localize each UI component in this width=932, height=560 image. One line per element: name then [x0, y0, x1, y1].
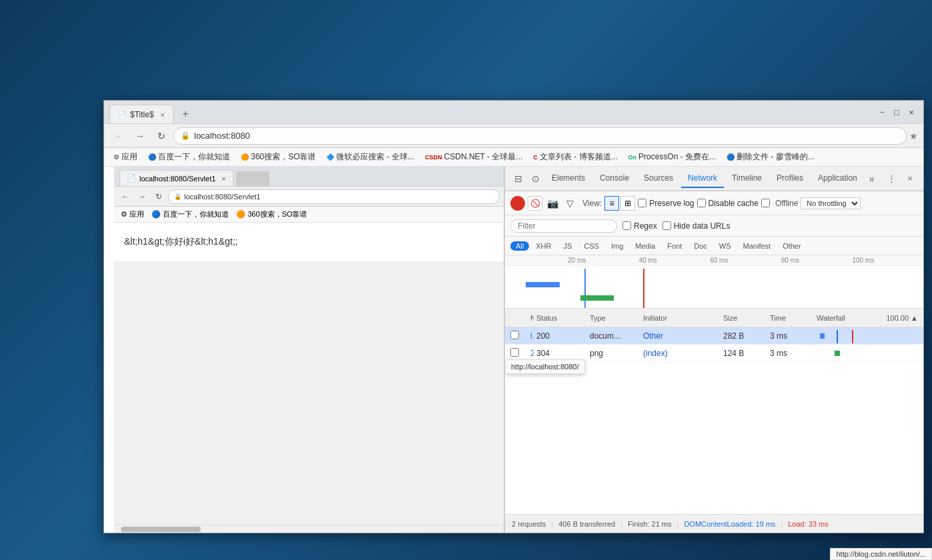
browser-tab[interactable]: 📄 $Title$ ×: [109, 105, 173, 123]
th-waterfall[interactable]: Waterfall 100.00 ▲: [814, 314, 921, 322]
bookmark-apps[interactable]: ⚙ 应用: [109, 150, 141, 164]
filter-input[interactable]: [510, 219, 617, 233]
devtools-overflow-btn[interactable]: »: [865, 171, 879, 187]
row2-checkbox[interactable]: [508, 348, 528, 359]
inner-bookmark-360[interactable]: 🟠 360搜索，SO靠谱: [234, 209, 310, 220]
preserve-log-checkbox[interactable]: Preserve log: [638, 199, 694, 208]
page-scrollbar[interactable]: [114, 525, 504, 533]
main-content: 📄 localhost:8080/Servlet1 × ← → ↻ 🔒 loca…: [104, 167, 923, 533]
throttle-select[interactable]: No throttling: [801, 197, 861, 209]
th-type[interactable]: Type: [587, 314, 640, 322]
maximize-button[interactable]: □: [891, 107, 902, 117]
tab-close-btn[interactable]: ×: [161, 111, 165, 119]
bookmark-liaoxuefeng[interactable]: 🔵 删除文件 - 廖雪峰的...: [723, 150, 819, 164]
devtools-dock-btn[interactable]: ⊟: [510, 171, 526, 187]
type-filter-css[interactable]: CSS: [578, 241, 604, 251]
th-initiator[interactable]: Initiator: [640, 314, 721, 322]
devtools-inspect-btn[interactable]: ⊙: [528, 171, 544, 187]
record-button[interactable]: [510, 196, 525, 211]
inner-bookmark-baidu[interactable]: 🔵 百度一下，你就知道: [149, 209, 231, 220]
back-button[interactable]: ←: [109, 127, 128, 145]
type-filter-img[interactable]: Img: [606, 241, 628, 251]
table-row-png[interactable]: 2017-03-07_221519.png 304 png (index) ht…: [505, 345, 923, 362]
filter-button[interactable]: ▽: [562, 196, 577, 211]
th-status[interactable]: Status: [534, 314, 587, 322]
row1-size: 282 B: [721, 331, 767, 341]
th-time[interactable]: Time: [767, 314, 814, 322]
inner-bookmark-apps[interactable]: ⚙ 应用: [118, 209, 147, 220]
table-row-localhost[interactable]: localhost 200 docum... Other 282 B 3 ms: [505, 327, 923, 345]
preserve-log-input[interactable]: [638, 199, 646, 207]
th-name[interactable]: Name: [528, 314, 534, 322]
devtools-close-btn[interactable]: ×: [902, 171, 918, 187]
tab-network[interactable]: Network: [681, 169, 724, 188]
row1-initiator[interactable]: Other: [640, 331, 721, 341]
filter-options: Regex Hide data URLs: [622, 221, 730, 231]
row1-name[interactable]: localhost: [528, 331, 534, 341]
refresh-button[interactable]: ↻: [152, 127, 171, 145]
row2-size: 124 B: [721, 349, 767, 358]
row2-initiator[interactable]: (index) http://localhost:8080/: [640, 349, 721, 358]
screenshot-button[interactable]: 📷: [545, 196, 560, 211]
filter-bar: Regex Hide data URLs: [505, 215, 923, 237]
type-filter-ws[interactable]: WS: [714, 241, 737, 251]
th-size[interactable]: Size: [721, 314, 767, 322]
bookmark-csdn[interactable]: CSDN CSDN.NET - 全球最...: [421, 150, 526, 164]
disable-cache-checkbox[interactable]: Disable cache: [697, 199, 759, 208]
bookmark-bing[interactable]: 🔷 微软必应搜索 - 全球...: [322, 150, 418, 164]
minimize-button[interactable]: －: [877, 107, 887, 117]
row2-name[interactable]: 2017-03-07_221519.png: [528, 349, 534, 358]
inner-tab-close[interactable]: ×: [221, 175, 225, 183]
type-filter-all[interactable]: All: [510, 241, 529, 251]
scroll-thumb[interactable]: [121, 527, 201, 532]
hide-data-urls-option[interactable]: Hide data URLs: [662, 221, 731, 231]
bookmark-star[interactable]: ★: [909, 131, 918, 141]
row2-status: 304: [534, 349, 587, 358]
bookmark-360[interactable]: 🟠 360搜索，SO靠谱: [237, 150, 320, 164]
devtools-tabs: ⊟ ⊙ Elements Console Sources Network: [505, 167, 923, 191]
type-filter-other[interactable]: Other: [777, 241, 807, 251]
bookmark-articles[interactable]: C 文章列表 - 博客频道...: [529, 150, 621, 164]
disable-cache-input[interactable]: [697, 199, 706, 207]
view-icons: ≡ ⊞: [604, 196, 635, 211]
hide-data-urls-checkbox[interactable]: [662, 221, 671, 230]
type-filter-doc[interactable]: Doc: [688, 241, 713, 251]
inner-refresh[interactable]: ↻: [151, 189, 166, 204]
inner-back[interactable]: ←: [118, 189, 133, 204]
type-filter-media[interactable]: Media: [630, 241, 660, 251]
inner-address-text: localhost:8080/Servlet1: [184, 193, 260, 201]
360-label: 360搜索，SO靠谱: [251, 151, 316, 163]
tab-console[interactable]: Console: [593, 169, 636, 188]
offline-checkbox[interactable]: Offline: [761, 199, 798, 208]
devtools-menu-btn[interactable]: ⋮: [883, 171, 899, 187]
type-filter-font[interactable]: Font: [662, 241, 687, 251]
inner-tab-label: localhost:8080/Servlet1: [139, 175, 215, 183]
forward-button[interactable]: →: [131, 127, 149, 145]
close-button[interactable]: ×: [906, 107, 917, 117]
type-filter-js[interactable]: JS: [558, 241, 577, 251]
new-tab-button[interactable]: +: [176, 105, 195, 123]
row2-wf-bar: [835, 351, 840, 356]
tab-profiles[interactable]: Profiles: [770, 169, 810, 188]
type-filter-manifest[interactable]: Manifest: [738, 241, 777, 251]
address-input[interactable]: [194, 131, 899, 141]
type-filter-xhr[interactable]: XHR: [530, 241, 556, 251]
inner-tab[interactable]: 📄 localhost:8080/Servlet1 ×: [119, 170, 234, 186]
tab-elements[interactable]: Elements: [545, 169, 592, 188]
tree-view-btn[interactable]: ⊞: [620, 196, 635, 211]
bookmark-processon[interactable]: On ProcessOn - 免费在...: [624, 150, 721, 164]
inner-new-tab[interactable]: [236, 171, 270, 186]
tab-application[interactable]: Application: [811, 169, 864, 188]
tab-timeline[interactable]: Timeline: [725, 169, 769, 188]
regex-option[interactable]: Regex: [622, 221, 657, 231]
row1-checkbox[interactable]: [508, 331, 528, 341]
inner-toolbar: ← → ↻ 🔒 localhost:8080/Servlet1: [114, 187, 504, 207]
clear-button[interactable]: 🚫: [528, 196, 542, 211]
inner-forward[interactable]: →: [135, 189, 149, 204]
offline-input[interactable]: [761, 199, 770, 207]
list-view-btn[interactable]: ≡: [604, 196, 619, 211]
bookmark-baidu[interactable]: 🔵 百度一下，你就知道: [144, 150, 234, 164]
bing-icon: 🔷: [326, 153, 334, 161]
tab-sources[interactable]: Sources: [637, 169, 680, 188]
regex-checkbox[interactable]: [622, 221, 631, 230]
